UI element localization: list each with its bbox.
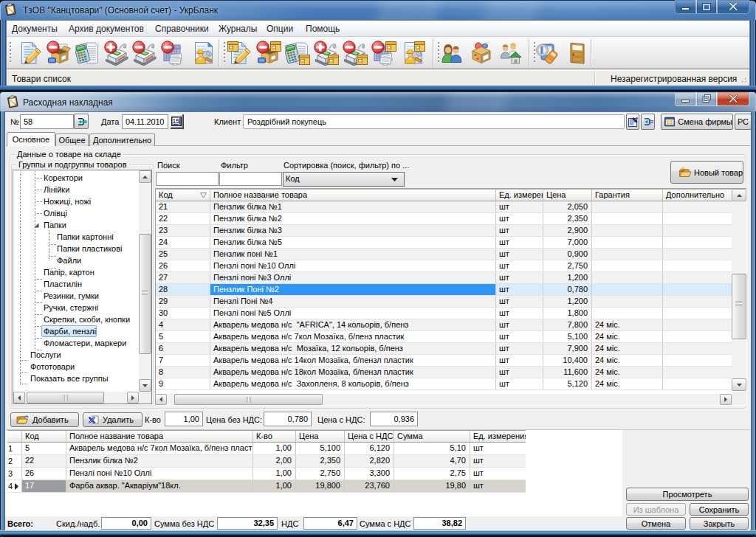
svg-text:15: 15 <box>172 117 179 125</box>
